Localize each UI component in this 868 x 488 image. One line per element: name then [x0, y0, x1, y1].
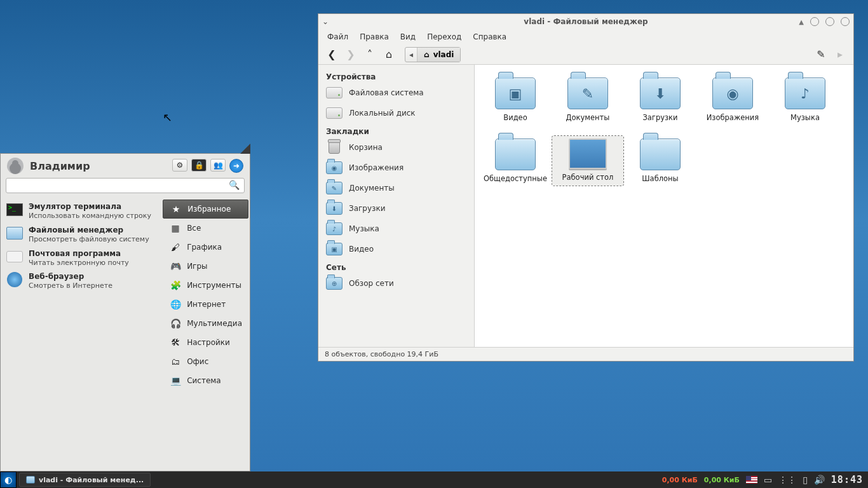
- category-item[interactable]: ★Избранное: [163, 200, 248, 219]
- shade-icon[interactable]: ▲: [799, 18, 804, 25]
- sidebar-item[interactable]: Файловая система: [318, 83, 474, 103]
- category-label: Избранное: [187, 205, 231, 214]
- category-label: Все: [187, 224, 201, 233]
- category-item[interactable]: ▦Все: [163, 219, 248, 238]
- fav-terminal[interactable]: >_ Эмулятор терминалаИспользовать команд…: [2, 200, 160, 223]
- sidebar-item[interactable]: Локальный диск: [318, 103, 474, 123]
- path-segment-home[interactable]: ⌂vladi: [417, 48, 460, 62]
- close-button[interactable]: [841, 17, 850, 26]
- sidebar-item[interactable]: ◉Изображения: [318, 158, 474, 178]
- folder-icon: [26, 476, 35, 484]
- menu-file[interactable]: Файл: [327, 32, 348, 41]
- menu-edit[interactable]: Правка: [360, 32, 389, 41]
- category-icon: 🎧: [169, 317, 182, 330]
- sidebar-item-label: Обзор сети: [349, 279, 394, 288]
- folder-label: Документы: [566, 113, 610, 122]
- folder-label: Изображения: [707, 113, 759, 122]
- category-item[interactable]: 🖌Графика: [163, 238, 248, 257]
- icon-view[interactable]: ▣Видео✎Документы⬇Загрузки◉Изображения♪Му…: [475, 65, 853, 347]
- drive-icon: [326, 87, 342, 98]
- home-icon: ⌂: [424, 50, 430, 59]
- folder-label: Загрузки: [642, 113, 677, 122]
- notification-icon[interactable]: ▭: [764, 475, 772, 485]
- sidebar-item[interactable]: ✎Документы: [318, 178, 474, 198]
- fav-filemanager[interactable]: Файловый менеджерПросмотреть файловую си…: [2, 223, 160, 247]
- window-titlebar[interactable]: ⌄ vladi - Файловый менеджер ▲: [318, 14, 853, 29]
- window-menu-icon[interactable]: ⌄: [322, 17, 329, 26]
- sidebar-item-label: Изображения: [349, 163, 403, 172]
- folder-item[interactable]: ♪Музыка: [770, 75, 841, 125]
- sidebar-group-network: Сеть: [318, 259, 474, 273]
- taskbar-item-filemanager[interactable]: vladi - Файловый менед...: [19, 473, 151, 487]
- switch-user-button[interactable]: 👥: [210, 159, 226, 172]
- folder-item[interactable]: Рабочий стол: [552, 136, 623, 186]
- category-label: Мультимедиа: [187, 319, 242, 328]
- nav-home-button[interactable]: ⌂: [382, 48, 396, 62]
- folder-item[interactable]: Общедоступные: [480, 136, 551, 186]
- category-label: Инструменты: [187, 281, 241, 290]
- system-tray: 0,00 КиБ 0,00 КиБ ▭ ⋮⋮ ▯ 🔊: [656, 475, 831, 485]
- favorites-list: >_ Эмулятор терминалаИспользовать команд…: [1, 197, 161, 470]
- trash-icon: [329, 141, 340, 154]
- wifi-icon[interactable]: ⋮⋮: [778, 475, 796, 485]
- nav-up-button[interactable]: ˄: [363, 48, 377, 62]
- edit-path-button[interactable]: ✎: [814, 48, 828, 62]
- fav-browser[interactable]: Веб-браузерСмотреть в Интернете: [2, 269, 160, 293]
- category-label: Интернет: [187, 300, 226, 309]
- menu-pointer: [240, 144, 250, 154]
- category-icon: ▦: [169, 222, 182, 234]
- path-forward-arrow[interactable]: ▸: [833, 48, 847, 62]
- minimize-button[interactable]: [810, 17, 819, 26]
- lock-button[interactable]: 🔒: [191, 159, 207, 172]
- sidebar-item[interactable]: ♪Музыка: [318, 219, 474, 239]
- nav-forward-button[interactable]: ❯: [344, 48, 358, 62]
- fav-mail[interactable]: Почтовая программаЧитать электронную поч…: [2, 247, 160, 270]
- folder-label: Видео: [503, 113, 527, 122]
- drive-icon: [326, 107, 342, 119]
- maximize-button[interactable]: [825, 17, 834, 26]
- settings-button[interactable]: ⚙: [172, 159, 187, 172]
- category-item[interactable]: 🎮Игры: [163, 257, 248, 276]
- start-button[interactable]: ◐: [0, 471, 17, 488]
- sidebar-item[interactable]: ⊕Обзор сети: [318, 273, 474, 294]
- category-item[interactable]: 🧩Инструменты: [163, 276, 248, 295]
- folder-icon: ⬇: [640, 78, 681, 109]
- category-item[interactable]: 🛠Настройки: [163, 333, 248, 352]
- sidebar-item-label: Видео: [349, 245, 374, 254]
- battery-icon[interactable]: ▯: [803, 475, 808, 485]
- category-icon: 💻: [169, 374, 182, 387]
- desktop-icon: [569, 139, 607, 169]
- menu-view[interactable]: Вид: [400, 32, 416, 41]
- username-label: Владимир: [30, 160, 90, 172]
- search-input[interactable]: [6, 178, 245, 193]
- category-icon: 🌐: [169, 298, 182, 311]
- folder-icon: ✎: [567, 78, 608, 109]
- path-back-arrow[interactable]: ◂: [405, 48, 417, 62]
- menu-go[interactable]: Переход: [427, 32, 461, 41]
- folder-item[interactable]: ◉Изображения: [697, 75, 768, 125]
- folder-item[interactable]: Шаблоны: [625, 136, 696, 186]
- volume-icon[interactable]: 🔊: [814, 475, 825, 485]
- folder-icon: ♪: [785, 78, 825, 109]
- pathbar: ◂ ⌂vladi: [405, 47, 461, 62]
- sidebar-item[interactable]: ⬇Загрузки: [318, 198, 474, 219]
- category-item[interactable]: 🎧Мультимедиа: [163, 314, 248, 333]
- category-item[interactable]: 🌐Интернет: [163, 295, 248, 314]
- keyboard-layout-indicator[interactable]: [746, 476, 757, 484]
- category-item[interactable]: 🗂Офис: [163, 352, 248, 371]
- folder-item[interactable]: ✎Документы: [552, 75, 623, 125]
- folder-icon: ✎: [326, 182, 342, 194]
- sidebar-group-devices: Устройства: [318, 69, 474, 83]
- folder-item[interactable]: ▣Видео: [480, 75, 551, 125]
- logout-button[interactable]: ➜: [229, 159, 243, 173]
- folder-item[interactable]: ⬇Загрузки: [625, 75, 696, 125]
- sidebar-item[interactable]: ▣Видео: [318, 239, 474, 259]
- nav-back-button[interactable]: ❮: [325, 48, 339, 62]
- folder-icon: ⊕: [326, 277, 342, 290]
- sidebar-item[interactable]: Корзина: [318, 137, 474, 158]
- clock[interactable]: 18:43: [831, 474, 868, 485]
- category-item[interactable]: 💻Система: [163, 371, 248, 390]
- menu-help[interactable]: Справка: [473, 32, 506, 41]
- categories-list: ★Избранное▦Все🖌Графика🎮Игры🧩Инструменты🌐…: [161, 197, 250, 470]
- category-icon: 🗂: [169, 355, 182, 368]
